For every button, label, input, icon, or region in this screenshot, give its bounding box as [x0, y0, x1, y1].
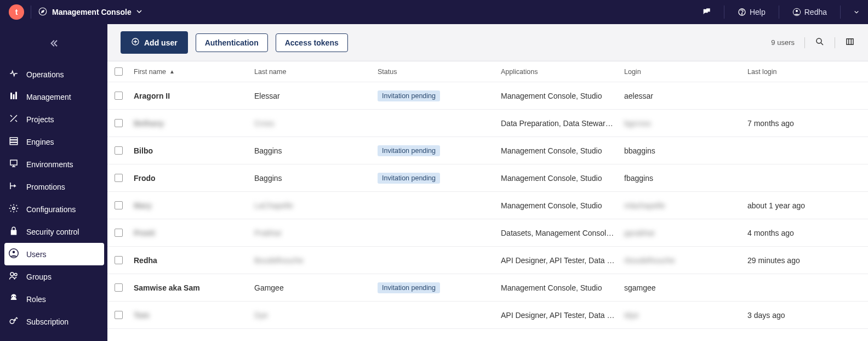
row-checkbox[interactable] [115, 311, 123, 319]
sidebar-item-roles[interactable]: Roles [0, 288, 107, 310]
sidebar-item-projects[interactable]: Projects [0, 108, 107, 130]
toolbar: Add user Authentication Access tokens 9 … [107, 24, 868, 61]
authentication-button[interactable]: Authentication [196, 33, 268, 52]
app-logo[interactable]: t [9, 4, 24, 20]
cell-applications: Management Console, Studio [496, 92, 620, 100]
add-user-button[interactable]: Add user [121, 31, 188, 54]
svg-point-13 [13, 207, 15, 210]
divider [779, 5, 779, 19]
nav-label: Security control [26, 228, 79, 236]
sidebar-item-environments[interactable]: Environments [0, 153, 107, 175]
svg-point-20 [10, 320, 14, 324]
sidebar-item-users[interactable]: Users [4, 243, 104, 265]
table-row[interactable]: BethanyCrossData Preparation, Data Stewa… [107, 110, 868, 137]
svg-rect-1 [706, 8, 710, 12]
col-last-login[interactable]: Last login [743, 68, 868, 76]
table-row[interactable]: PreetiPrabhatDatasets, Management Consol… [107, 219, 868, 247]
col-last-name[interactable]: Last name [250, 68, 373, 76]
sidebar-item-groups[interactable]: Groups [0, 265, 107, 288]
col-first-name[interactable]: First name ▲ [129, 68, 250, 76]
collapse-sidebar-icon[interactable] [49, 38, 59, 50]
nav-label: Management [26, 93, 71, 101]
nav-icon [9, 136, 19, 147]
cell-last-name: Baggins [250, 174, 373, 183]
row-checkbox[interactable] [115, 146, 123, 155]
table-row[interactable]: MaryLaChapelleManagement Console, Studio… [107, 192, 868, 219]
table-row[interactable]: FrodoBagginsInvitation pendingManagement… [107, 164, 868, 192]
sidebar-item-management[interactable]: Management [0, 86, 107, 108]
compass-icon [38, 7, 48, 18]
nav-label: Configurations [26, 205, 76, 214]
cell-first-name: Bethany [129, 119, 250, 128]
divider [31, 5, 31, 19]
divider [724, 5, 724, 19]
sidebar-item-promotions[interactable]: Promotions [0, 175, 107, 198]
cell-status: Invitation pending [373, 282, 496, 293]
cell-applications: Management Console, Studio [496, 174, 620, 183]
cell-login: aelessar [620, 92, 743, 100]
cell-applications: Management Console, Studio [496, 283, 620, 292]
chevron-down-icon[interactable] [854, 8, 859, 16]
app-switcher[interactable]: Management Console [38, 7, 142, 18]
cell-applications: API Designer, API Tester, Data Inv... [496, 311, 620, 320]
svg-rect-8 [15, 92, 17, 100]
cell-status: Invitation pending [373, 145, 496, 156]
svg-rect-9 [10, 138, 18, 140]
row-checkbox[interactable] [115, 119, 123, 127]
access-tokens-button[interactable]: Access tokens [276, 33, 348, 52]
table-row[interactable]: Aragorn IIElessarInvitation pendingManag… [107, 82, 868, 110]
table-row[interactable]: BilboBagginsInvitation pendingManagement… [107, 137, 868, 164]
topbar: t Management Console Help Redha [0, 0, 868, 24]
cell-login: tdye [620, 311, 743, 320]
cell-applications: Management Console, Studio [496, 201, 620, 210]
cell-applications: Data Preparation, Data Stewards... [496, 119, 620, 128]
sidebar-item-security-control[interactable]: Security control [0, 220, 107, 243]
cell-status: Invitation pending [373, 173, 496, 184]
nav-icon [9, 226, 19, 237]
col-login[interactable]: Login [620, 68, 743, 76]
cell-login: pprabhat [620, 229, 743, 237]
cell-first-name: Tom [129, 311, 250, 320]
cell-first-name: Bilbo [129, 146, 250, 155]
sidebar-item-subscription[interactable]: Subscription [0, 310, 107, 333]
sidebar-item-operations[interactable]: Operations [0, 63, 107, 86]
help-button[interactable]: Help [738, 8, 766, 16]
col-status[interactable]: Status [373, 68, 496, 76]
table-row[interactable]: Samwise aka SamGamgeeInvitation pendingM… [107, 274, 868, 302]
cell-last-name: Boudelhouche [250, 256, 373, 265]
row-checkbox[interactable] [115, 92, 123, 100]
select-all-checkbox[interactable] [115, 67, 123, 76]
row-checkbox[interactable] [115, 256, 123, 264]
nav-label: Operations [26, 70, 64, 79]
nav-icon [9, 91, 19, 103]
svg-point-3 [741, 14, 742, 14]
sidebar-item-configurations[interactable]: Configurations [0, 198, 107, 220]
status-badge: Invitation pending [378, 145, 440, 156]
cell-login: fbaggins [620, 174, 743, 183]
col-applications[interactable]: Applications [496, 68, 620, 76]
svg-point-5 [796, 10, 798, 12]
row-checkbox[interactable] [115, 229, 123, 237]
table-row[interactable]: RedhaBoudelhoucheAPI Designer, API Teste… [107, 247, 868, 274]
columns-icon[interactable] [845, 37, 855, 48]
table-row[interactable]: TomDyeAPI Designer, API Tester, Data Inv… [107, 302, 868, 329]
cell-last-name: Prabhat [250, 229, 373, 237]
nav-icon [9, 113, 19, 125]
plus-icon [131, 37, 140, 48]
notifications-button[interactable] [702, 8, 711, 16]
authentication-label: Authentication [205, 38, 259, 47]
row-checkbox[interactable] [115, 201, 123, 209]
search-icon[interactable] [815, 37, 825, 48]
nav-label: Users [26, 250, 47, 259]
divider [835, 37, 835, 48]
nav-label: Roles [26, 295, 46, 304]
cell-first-name: Samwise aka Sam [129, 283, 250, 292]
svg-rect-6 [10, 93, 12, 99]
user-menu[interactable]: Redha [792, 8, 827, 16]
svg-point-19 [14, 296, 15, 297]
cell-last-login: 29 minutes ago [743, 256, 868, 265]
sidebar-item-engines[interactable]: Engines [0, 130, 107, 153]
row-checkbox[interactable] [115, 283, 123, 292]
cell-last-login: about 1 year ago [743, 201, 868, 210]
row-checkbox[interactable] [115, 174, 123, 182]
